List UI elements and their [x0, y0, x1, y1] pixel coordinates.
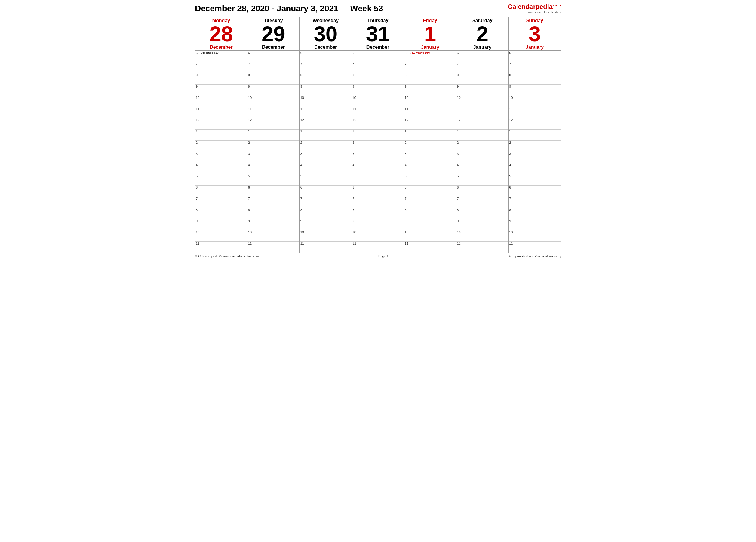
time-row: 1 — [195, 130, 247, 141]
time-row: 9 — [352, 85, 404, 96]
time-row: 5 — [404, 174, 456, 186]
time-row: 7 — [352, 62, 404, 74]
month-name-thursday: December — [354, 45, 402, 50]
time-row: 8 — [300, 208, 352, 219]
time-label: 7 — [195, 197, 200, 201]
time-label: 3 — [404, 152, 409, 156]
time-label: 6 — [456, 51, 461, 55]
time-row: 6 — [352, 51, 404, 62]
page-container: December 28, 2020 - January 3, 2021 Week… — [195, 3, 561, 258]
time-label: 8 — [404, 208, 409, 212]
time-row: 8 — [300, 74, 352, 85]
day-column-wednesday: 67891011121234567891011 — [300, 51, 352, 253]
footer-right: Data provided 'as is' without warranty — [507, 254, 561, 258]
time-row: 7 — [300, 62, 352, 74]
time-label: 7 — [509, 62, 513, 66]
time-label: 10 — [352, 96, 357, 100]
time-label: 2 — [509, 141, 513, 145]
time-label: 12 — [509, 118, 513, 122]
time-row: 12 — [404, 118, 456, 130]
day-header-monday: Monday28December — [195, 17, 247, 50]
time-label: 6 — [300, 186, 304, 190]
day-headers-row: Monday28DecemberTuesday29DecemberWednesd… — [195, 17, 561, 51]
time-row: 10 — [300, 96, 352, 107]
time-label: 4 — [456, 163, 461, 167]
time-row: 7 — [247, 197, 299, 208]
time-row: 2 — [509, 141, 561, 152]
time-row: 10 — [456, 96, 508, 107]
time-row: 9 — [247, 85, 299, 96]
day-number-saturday: 2 — [458, 23, 506, 45]
time-label: 10 — [300, 231, 304, 234]
time-row: 6Substitute day — [195, 51, 247, 62]
time-row: 10 — [456, 231, 508, 242]
day-header-saturday: Saturday2January — [456, 17, 509, 50]
time-row: 4 — [456, 163, 508, 174]
time-label: 1 — [404, 130, 409, 133]
time-label: 6 — [247, 186, 252, 190]
time-row: 11 — [456, 242, 508, 253]
time-row: 3 — [195, 152, 247, 163]
time-label: 11 — [456, 107, 461, 111]
time-row: 12 — [509, 118, 561, 130]
time-row: 6 — [300, 186, 352, 197]
time-row: 1 — [300, 130, 352, 141]
time-label: 12 — [195, 118, 200, 122]
time-label: 12 — [300, 118, 304, 122]
time-label: 5 — [195, 174, 200, 178]
time-label: 4 — [509, 163, 513, 167]
time-row: 11 — [404, 242, 456, 253]
time-row: 9 — [195, 219, 247, 231]
time-label: 1 — [352, 130, 357, 133]
time-label: 3 — [509, 152, 513, 156]
time-label: 10 — [456, 231, 461, 234]
time-label: 12 — [247, 118, 252, 122]
time-label: 9 — [352, 85, 357, 89]
time-row: 9 — [300, 219, 352, 231]
time-label: 4 — [352, 163, 357, 167]
time-row: 9 — [456, 85, 508, 96]
time-row: 9 — [352, 219, 404, 231]
time-row: 8 — [456, 208, 508, 219]
time-label: 6 — [509, 186, 513, 190]
time-label: 6 — [300, 51, 304, 55]
time-label: 10 — [352, 231, 357, 234]
time-row: 7 — [352, 197, 404, 208]
time-row: 10 — [195, 231, 247, 242]
time-label: 9 — [404, 85, 409, 89]
time-label: 8 — [509, 208, 513, 212]
time-row: 6 — [509, 51, 561, 62]
time-label: 8 — [404, 74, 409, 77]
calendar-grid: Monday28DecemberTuesday29DecemberWednesd… — [195, 17, 561, 253]
month-name-wednesday: December — [302, 45, 350, 50]
time-row: 9 — [300, 85, 352, 96]
time-row: 12 — [352, 118, 404, 130]
time-row: 1 — [456, 130, 508, 141]
time-label: 5 — [509, 174, 513, 178]
time-label: 7 — [404, 62, 409, 66]
time-label: 2 — [195, 141, 200, 145]
time-label: 9 — [195, 219, 200, 223]
month-name-saturday: January — [458, 45, 506, 50]
time-label: 2 — [456, 141, 461, 145]
day-number-sunday: 3 — [510, 23, 559, 45]
time-label: 5 — [300, 174, 304, 178]
time-row: 12 — [195, 118, 247, 130]
time-label: 8 — [456, 74, 461, 77]
day-number-thursday: 31 — [354, 23, 402, 45]
time-label: 11 — [352, 242, 357, 246]
time-row: 8 — [509, 74, 561, 85]
time-row: 11 — [300, 107, 352, 118]
day-header-tuesday: Tuesday29December — [247, 17, 300, 50]
time-label: 2 — [247, 141, 252, 145]
day-number-monday: 28 — [197, 23, 245, 45]
time-row: 10 — [352, 96, 404, 107]
time-label: 9 — [456, 85, 461, 89]
time-row: 10 — [247, 231, 299, 242]
time-label: 7 — [352, 62, 357, 66]
time-row: 8 — [456, 74, 508, 85]
time-label: 12 — [456, 118, 461, 122]
time-row: 3 — [509, 152, 561, 163]
time-label: 6 — [352, 186, 357, 190]
time-label: 3 — [247, 152, 252, 156]
